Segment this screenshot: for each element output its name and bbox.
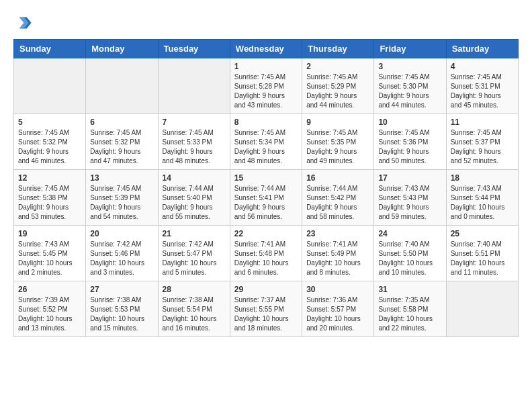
cell-content: Sunrise: 7:45 AM Sunset: 5:33 PM Dayligh… (163, 128, 226, 166)
day-number: 8 (234, 118, 298, 127)
day-number: 3 (378, 62, 441, 71)
day-number: 24 (378, 229, 441, 238)
calendar-cell: 3 Sunrise: 7:45 AM Sunset: 5:30 PM Dayli… (374, 58, 446, 114)
calendar-cell (14, 58, 86, 114)
day-number: 12 (18, 173, 81, 183)
cell-content: Sunrise: 7:38 AM Sunset: 5:53 PM Dayligh… (90, 295, 153, 333)
calendar-cell: 24 Sunrise: 7:40 AM Sunset: 5:50 PM Dayl… (374, 226, 446, 281)
calendar-cell: 25 Sunrise: 7:40 AM Sunset: 5:51 PM Dayl… (446, 226, 518, 281)
calendar-week-5: 26 Sunrise: 7:39 AM Sunset: 5:52 PM Dayl… (14, 281, 519, 337)
calendar-cell: 22 Sunrise: 7:41 AM Sunset: 5:48 PM Dayl… (230, 226, 302, 281)
cell-content: Sunrise: 7:44 AM Sunset: 5:42 PM Dayligh… (306, 184, 369, 222)
cell-content: Sunrise: 7:45 AM Sunset: 5:30 PM Dayligh… (378, 73, 441, 110)
day-number: 19 (18, 229, 81, 238)
cell-content: Sunrise: 7:45 AM Sunset: 5:34 PM Dayligh… (234, 128, 298, 166)
calendar-cell: 2 Sunrise: 7:45 AM Sunset: 5:29 PM Dayli… (302, 58, 374, 114)
calendar-week-4: 19 Sunrise: 7:43 AM Sunset: 5:45 PM Dayl… (14, 226, 519, 281)
calendar-cell: 6 Sunrise: 7:45 AM Sunset: 5:32 PM Dayli… (86, 114, 158, 170)
weekday-header-monday: Monday (86, 40, 158, 58)
weekday-header-sunday: Sunday (14, 40, 86, 58)
calendar-cell (446, 281, 518, 337)
day-number: 23 (306, 229, 369, 238)
calendar-cell: 27 Sunrise: 7:38 AM Sunset: 5:53 PM Dayl… (86, 281, 158, 337)
cell-content: Sunrise: 7:36 AM Sunset: 5:57 PM Dayligh… (306, 295, 369, 333)
cell-content: Sunrise: 7:35 AM Sunset: 5:58 PM Dayligh… (378, 295, 441, 333)
day-number: 29 (234, 285, 298, 294)
cell-content: Sunrise: 7:39 AM Sunset: 5:52 PM Dayligh… (18, 295, 81, 333)
day-number: 10 (378, 118, 441, 127)
day-number: 7 (163, 118, 226, 127)
calendar-cell: 1 Sunrise: 7:45 AM Sunset: 5:28 PM Dayli… (230, 58, 302, 114)
day-number: 20 (90, 229, 153, 238)
day-number: 31 (378, 285, 441, 294)
calendar-cell (158, 58, 230, 114)
day-number: 30 (306, 285, 369, 294)
day-number: 25 (451, 229, 514, 238)
day-number: 16 (306, 173, 369, 183)
cell-content: Sunrise: 7:44 AM Sunset: 5:41 PM Dayligh… (234, 184, 298, 222)
weekday-header-wednesday: Wednesday (230, 40, 302, 58)
cell-content: Sunrise: 7:43 AM Sunset: 5:43 PM Dayligh… (378, 184, 441, 222)
calendar-cell: 19 Sunrise: 7:43 AM Sunset: 5:45 PM Dayl… (14, 226, 86, 281)
cell-content: Sunrise: 7:45 AM Sunset: 5:37 PM Dayligh… (451, 128, 514, 166)
cell-content: Sunrise: 7:42 AM Sunset: 5:46 PM Dayligh… (90, 240, 153, 277)
day-number: 27 (90, 285, 153, 294)
calendar-cell: 26 Sunrise: 7:39 AM Sunset: 5:52 PM Dayl… (14, 281, 86, 337)
calendar-week-2: 5 Sunrise: 7:45 AM Sunset: 5:32 PM Dayli… (14, 114, 519, 170)
calendar-table: SundayMondayTuesdayWednesdayThursdayFrid… (13, 39, 519, 337)
cell-content: Sunrise: 7:40 AM Sunset: 5:51 PM Dayligh… (451, 240, 514, 277)
calendar-week-3: 12 Sunrise: 7:45 AM Sunset: 5:38 PM Dayl… (14, 170, 519, 226)
cell-content: Sunrise: 7:45 AM Sunset: 5:32 PM Dayligh… (90, 128, 153, 166)
cell-content: Sunrise: 7:41 AM Sunset: 5:49 PM Dayligh… (306, 240, 369, 277)
weekday-header-tuesday: Tuesday (158, 40, 230, 58)
cell-content: Sunrise: 7:43 AM Sunset: 5:44 PM Dayligh… (451, 184, 514, 222)
calendar-cell: 14 Sunrise: 7:44 AM Sunset: 5:40 PM Dayl… (158, 170, 230, 226)
calendar-cell: 30 Sunrise: 7:36 AM Sunset: 5:57 PM Dayl… (302, 281, 374, 337)
day-number: 28 (163, 285, 226, 294)
calendar-cell: 31 Sunrise: 7:35 AM Sunset: 5:58 PM Dayl… (374, 281, 446, 337)
calendar-cell: 7 Sunrise: 7:45 AM Sunset: 5:33 PM Dayli… (158, 114, 230, 170)
cell-content: Sunrise: 7:45 AM Sunset: 5:35 PM Dayligh… (306, 128, 369, 166)
weekday-header-saturday: Saturday (446, 40, 518, 58)
calendar-week-1: 1 Sunrise: 7:45 AM Sunset: 5:28 PM Dayli… (14, 58, 519, 114)
day-number: 5 (18, 118, 81, 127)
calendar-cell: 11 Sunrise: 7:45 AM Sunset: 5:37 PM Dayl… (446, 114, 518, 170)
day-number: 21 (163, 229, 226, 238)
cell-content: Sunrise: 7:44 AM Sunset: 5:40 PM Dayligh… (163, 184, 226, 222)
day-number: 4 (451, 62, 514, 71)
day-number: 1 (234, 62, 298, 71)
calendar-cell: 12 Sunrise: 7:45 AM Sunset: 5:38 PM Dayl… (14, 170, 86, 226)
day-number: 14 (163, 173, 226, 183)
cell-content: Sunrise: 7:43 AM Sunset: 5:45 PM Dayligh… (18, 240, 81, 277)
day-number: 9 (306, 118, 369, 127)
cell-content: Sunrise: 7:45 AM Sunset: 5:38 PM Dayligh… (18, 184, 81, 222)
calendar-cell: 10 Sunrise: 7:45 AM Sunset: 5:36 PM Dayl… (374, 114, 446, 170)
calendar-cell: 5 Sunrise: 7:45 AM Sunset: 5:32 PM Dayli… (14, 114, 86, 170)
cell-content: Sunrise: 7:37 AM Sunset: 5:55 PM Dayligh… (234, 295, 298, 333)
calendar-cell: 4 Sunrise: 7:45 AM Sunset: 5:31 PM Dayli… (446, 58, 518, 114)
day-number: 6 (90, 118, 153, 127)
cell-content: Sunrise: 7:40 AM Sunset: 5:50 PM Dayligh… (378, 240, 441, 277)
cell-content: Sunrise: 7:45 AM Sunset: 5:31 PM Dayligh… (451, 73, 514, 110)
day-number: 17 (378, 173, 441, 183)
cell-content: Sunrise: 7:45 AM Sunset: 5:28 PM Dayligh… (234, 73, 298, 110)
calendar-cell: 28 Sunrise: 7:38 AM Sunset: 5:54 PM Dayl… (158, 281, 230, 337)
cell-content: Sunrise: 7:45 AM Sunset: 5:32 PM Dayligh… (18, 128, 81, 166)
calendar-cell: 17 Sunrise: 7:43 AM Sunset: 5:43 PM Dayl… (374, 170, 446, 226)
day-number: 18 (451, 173, 514, 183)
weekday-header-thursday: Thursday (302, 40, 374, 58)
calendar-cell: 8 Sunrise: 7:45 AM Sunset: 5:34 PM Dayli… (230, 114, 302, 170)
calendar-cell (86, 58, 158, 114)
calendar-cell: 9 Sunrise: 7:45 AM Sunset: 5:35 PM Dayli… (302, 114, 374, 170)
page-header (13, 13, 519, 32)
weekday-header-friday: Friday (374, 40, 446, 58)
calendar-cell: 13 Sunrise: 7:45 AM Sunset: 5:39 PM Dayl… (86, 170, 158, 226)
calendar-cell: 15 Sunrise: 7:44 AM Sunset: 5:41 PM Dayl… (230, 170, 302, 226)
logo-icon (13, 13, 32, 32)
logo (13, 13, 35, 32)
cell-content: Sunrise: 7:38 AM Sunset: 5:54 PM Dayligh… (163, 295, 226, 333)
day-number: 15 (234, 173, 298, 183)
day-number: 22 (234, 229, 298, 238)
calendar-cell: 18 Sunrise: 7:43 AM Sunset: 5:44 PM Dayl… (446, 170, 518, 226)
calendar-cell: 29 Sunrise: 7:37 AM Sunset: 5:55 PM Dayl… (230, 281, 302, 337)
